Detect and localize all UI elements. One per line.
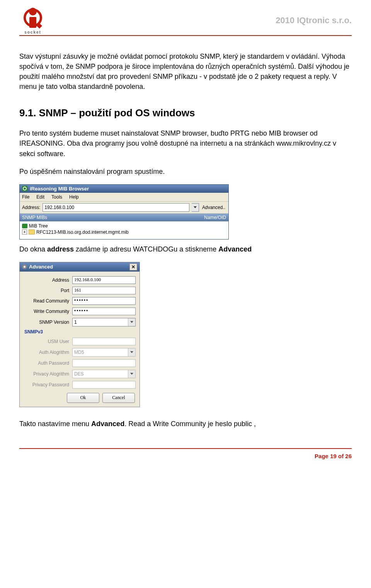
- close-icon[interactable]: ✕: [129, 263, 137, 270]
- address-label: Address:: [22, 205, 40, 210]
- mib-subheader: SNMP MIBs Name/OID: [20, 214, 228, 221]
- text-fragment: Takto nastavíme menu: [19, 420, 91, 428]
- address-input[interactable]: [43, 203, 189, 212]
- text-fragment: zadáme ip adresu WATCHDOGu a stiskneme: [74, 245, 218, 253]
- folder-icon: [29, 229, 35, 235]
- tree-row-node[interactable]: + RFC1213-MIB.iso.org.dod.internet.mgmt.…: [22, 229, 226, 235]
- advanced-titlebar: Advanced ✕: [20, 262, 140, 272]
- menu-help[interactable]: Help: [69, 194, 79, 200]
- button-label: Ok: [80, 395, 86, 401]
- label-write-community: Write Community: [24, 309, 69, 314]
- section-snmpv3: SNMPv3: [24, 329, 136, 335]
- input-privacy-password[interactable]: [72, 381, 136, 389]
- menu-file[interactable]: File: [22, 194, 29, 200]
- mib-subheader-left: SNMP MIBs: [22, 215, 47, 220]
- tree-row-root[interactable]: MIB Tree: [22, 223, 226, 229]
- gear-icon: [22, 264, 27, 269]
- input-read-community[interactable]: ••••••: [72, 297, 136, 305]
- paragraph-advanced-setup: Takto nastavíme menu Advanced. Read a Wr…: [19, 419, 352, 429]
- label-privacy-password: Privacy Password: [24, 382, 69, 387]
- paragraph-install: Pro tento systém budeme muset nainstalov…: [19, 128, 352, 158]
- tree-root-label: MIB Tree: [29, 223, 48, 229]
- button-label: Cancel: [112, 395, 125, 401]
- tree-root-icon: [22, 224, 27, 228]
- input-port[interactable]: [72, 287, 136, 294]
- text-bold-advanced: Advanced: [218, 245, 252, 253]
- masked-value: ••••••: [74, 297, 88, 303]
- chevron-down-icon: [128, 318, 135, 326]
- paragraph-run: Po úspěšném nainstalování program spustí…: [19, 167, 352, 177]
- mib-title-text: iReasoning MIB Browser: [30, 186, 89, 192]
- mib-menubar: File Edit Tools Help: [20, 193, 228, 202]
- select-value: 1: [74, 319, 77, 325]
- advanced-dialog: Advanced ✕ Address Port Read Community •…: [19, 262, 140, 407]
- page-number: Page 19 of 26: [19, 453, 352, 459]
- label-privacy-algorithm: Privacy Alogrithm: [24, 371, 69, 377]
- input-usm-user[interactable]: [72, 338, 136, 345]
- paragraph-address: Do okna address zadáme ip adresu WATCHDO…: [19, 244, 352, 254]
- text-fragment: Do okna: [19, 245, 47, 253]
- label-auth-algorithm: Auth Alogrithm: [24, 350, 69, 355]
- select-value: DES: [74, 371, 84, 377]
- chevron-down-icon: [128, 348, 135, 356]
- label-auth-password: Auth Password: [24, 360, 69, 366]
- text-bold-address: address: [47, 245, 74, 253]
- label-usm-user: USM User: [24, 339, 69, 344]
- mib-toolbar: Address: Advanced..: [20, 202, 228, 214]
- ok-button[interactable]: Ok: [67, 393, 99, 403]
- text-bold-advanced2: Advanced: [91, 420, 124, 428]
- menu-edit[interactable]: Edit: [36, 194, 44, 200]
- paragraph-intro: Stav výstupní zásuvky je možné ovládat p…: [19, 51, 352, 92]
- text-fragment: . Read a Write Community je heslo public…: [124, 420, 256, 428]
- select-auth-algorithm[interactable]: MD5: [72, 348, 136, 357]
- label-read-community: Read Community: [24, 298, 69, 304]
- label-snmp-version: SNMP Version: [24, 319, 69, 325]
- app-icon: [22, 186, 27, 191]
- select-value: MD5: [74, 350, 84, 355]
- select-privacy-algorithm[interactable]: DES: [72, 370, 136, 378]
- mib-titlebar: iReasoning MIB Browser: [20, 185, 228, 193]
- select-snmp-version[interactable]: 1: [72, 318, 136, 326]
- mib-browser-window: iReasoning MIB Browser File Edit Tools H…: [19, 184, 229, 240]
- tree-node-label: RFC1213-MIB.iso.org.dod.internet.mgmt.mi…: [36, 229, 129, 235]
- label-address: Address: [24, 277, 69, 283]
- logo-icon: [22, 8, 44, 29]
- masked-value: ••••••: [74, 308, 88, 313]
- mib-subheader-right: Name/OID: [204, 215, 226, 220]
- tree-expand-icon[interactable]: +: [22, 229, 27, 235]
- menu-tools[interactable]: Tools: [51, 194, 62, 200]
- logo-text: socket: [24, 30, 41, 34]
- input-auth-password[interactable]: [72, 359, 136, 367]
- section-heading: 9.1. SNMP – použití pod OS windows: [19, 107, 352, 119]
- cancel-button[interactable]: Cancel: [102, 393, 135, 403]
- advanced-title-text: Advanced: [29, 264, 53, 270]
- page-header: socket 2010 IQtronic s.r.o.: [19, 8, 352, 34]
- input-write-community[interactable]: ••••••: [72, 308, 136, 315]
- chevron-down-icon: [128, 370, 135, 378]
- input-address[interactable]: [72, 276, 136, 284]
- company-name: 2010 IQtronic s.r.o.: [276, 15, 352, 25]
- advanced-link[interactable]: Advanced..: [201, 205, 226, 210]
- header-divider: [19, 35, 352, 36]
- label-port: Port: [24, 288, 69, 293]
- address-dropdown-icon[interactable]: [192, 203, 199, 212]
- logo: socket: [19, 8, 46, 34]
- footer-divider: [19, 448, 352, 449]
- mib-tree: MIB Tree + RFC1213-MIB.iso.org.dod.inter…: [20, 221, 228, 239]
